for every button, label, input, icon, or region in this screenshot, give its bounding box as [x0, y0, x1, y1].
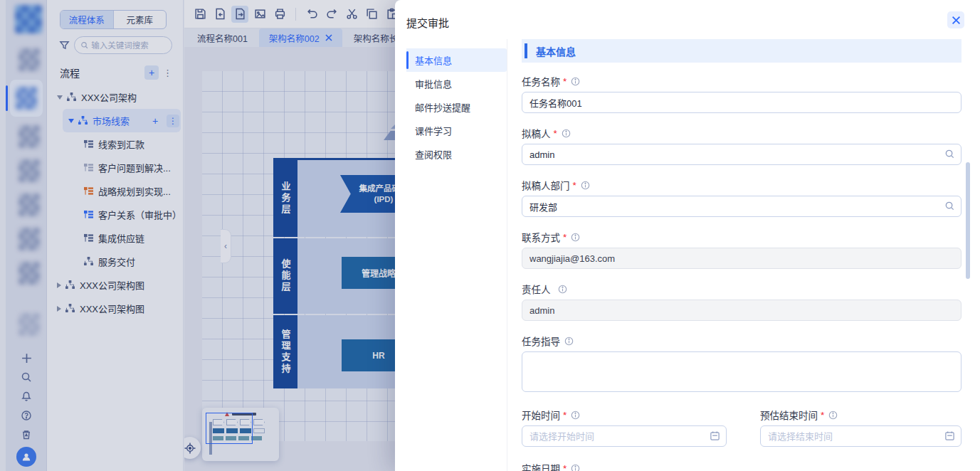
owner-input — [522, 300, 961, 321]
menu-item-view-permission[interactable]: 查阅权限 — [406, 142, 507, 166]
required-mark: * — [573, 180, 576, 191]
close-icon[interactable] — [947, 11, 964, 28]
field-label: 开始时间 — [522, 408, 560, 422]
field-task-name: 任务名称* — [522, 75, 961, 113]
field-drafter: 拟稿人* — [522, 127, 961, 165]
field-drafter-dept: 拟稿人部门* — [522, 179, 961, 217]
field-label: 拟稿人部门 — [522, 178, 570, 192]
field-task-guide: 任务指导 — [522, 334, 961, 395]
date-fields-row: 开始时间* 预估结束时间* — [522, 408, 961, 447]
info-icon[interactable] — [571, 411, 580, 420]
info-icon[interactable] — [564, 337, 574, 346]
task-guide-textarea[interactable] — [522, 351, 961, 392]
required-mark: * — [563, 76, 567, 87]
drawer-header: 提交审批 — [395, 0, 980, 39]
info-icon[interactable] — [571, 464, 580, 471]
end-time-input[interactable] — [760, 425, 961, 447]
contact-input — [522, 248, 961, 269]
submit-approval-drawer: 提交审批 基本信息 审批信息 邮件抄送提醒 课件学习 查阅权限 基本信息 任务名… — [395, 0, 980, 471]
drafter-dept-input[interactable] — [522, 196, 961, 217]
field-label: 任务指导 — [522, 334, 560, 348]
required-mark: * — [563, 410, 567, 420]
field-label: 责任人 — [522, 282, 551, 296]
info-icon[interactable] — [571, 77, 580, 86]
drawer-form: 基本信息 任务名称* 拟稿人* — [507, 39, 980, 471]
required-mark: * — [563, 463, 567, 471]
menu-item-approval-info[interactable]: 审批信息 — [406, 72, 507, 95]
drawer-body: 基本信息 审批信息 邮件抄送提醒 课件学习 查阅权限 基本信息 任务名称* — [395, 39, 980, 471]
field-label: 任务名称 — [522, 74, 560, 88]
drawer-menu: 基本信息 审批信息 邮件抄送提醒 课件学习 查阅权限 — [395, 39, 507, 471]
menu-item-courseware[interactable]: 课件学习 — [406, 119, 507, 142]
required-mark: * — [563, 232, 567, 243]
field-label: 拟稿人 — [522, 126, 551, 140]
drafter-input[interactable] — [522, 144, 961, 165]
task-name-input[interactable] — [522, 92, 961, 113]
menu-item-basic-info[interactable]: 基本信息 — [406, 48, 507, 72]
field-label: 实施日期 — [522, 461, 560, 471]
required-mark: * — [821, 410, 824, 420]
drawer-scrollbar-thumb[interactable] — [966, 162, 970, 279]
field-impl-date: 实施日期* — [522, 462, 961, 471]
drawer-title: 提交审批 — [406, 15, 449, 30]
field-owner: 责任人 — [522, 282, 961, 321]
section-accent-bar — [525, 43, 527, 58]
section-header-basic-info: 基本信息 — [522, 39, 961, 63]
info-icon[interactable] — [562, 129, 571, 138]
info-icon[interactable] — [828, 411, 838, 420]
section-title: 基本信息 — [536, 44, 576, 58]
field-label: 预估结束时间 — [760, 408, 818, 422]
info-icon[interactable] — [558, 285, 567, 294]
menu-item-email-cc[interactable]: 邮件抄送提醒 — [406, 95, 507, 119]
info-icon[interactable] — [581, 181, 590, 190]
field-label: 联系方式 — [522, 230, 560, 244]
info-icon[interactable] — [571, 233, 580, 242]
field-contact: 联系方式* — [522, 231, 961, 269]
required-mark: * — [554, 128, 557, 139]
field-end-time: 预估结束时间* — [760, 408, 961, 447]
app-root: 流程体系 元素库 流程 + ⋮ — [0, 0, 980, 471]
field-start-time: 开始时间* — [522, 408, 727, 447]
start-time-input[interactable] — [522, 425, 727, 447]
